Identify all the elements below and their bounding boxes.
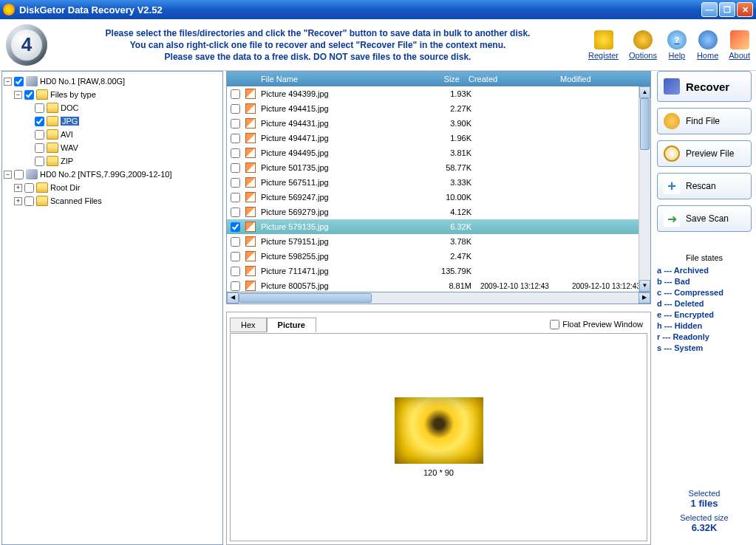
scroll-thumb[interactable] (239, 293, 372, 303)
tree-label[interactable]: WAV (61, 143, 78, 152)
step-number: 4 (11, 30, 42, 61)
horizontal-scrollbar[interactable]: ◀ ▶ (226, 292, 651, 304)
file-checkbox[interactable] (231, 148, 240, 158)
file-row[interactable]: Picture 494399.jpg1.93K (227, 86, 650, 101)
save-scan-button[interactable]: ➜Save Scan (657, 205, 752, 232)
tree-checkbox[interactable] (14, 170, 24, 179)
file-size: 3.81K (426, 148, 477, 157)
file-checkbox[interactable] (231, 237, 240, 247)
tab-picture[interactable]: Picture (267, 318, 316, 332)
column-name[interactable]: File Name (258, 75, 414, 83)
tree-checkbox[interactable] (35, 157, 44, 166)
minimize-button[interactable]: — (701, 2, 718, 17)
file-row[interactable]: Picture 567511.jpg3.33K (227, 175, 650, 190)
preview-dimensions: 120 * 90 (423, 468, 454, 477)
file-list: File Name Size Created Modified Picture … (226, 71, 651, 292)
file-checkbox[interactable] (231, 119, 240, 128)
file-size: 8.81M (426, 281, 477, 290)
scroll-left-icon[interactable]: ◀ (227, 292, 239, 304)
tree-checkbox[interactable] (35, 117, 44, 126)
file-checkbox[interactable] (231, 222, 240, 232)
file-checkbox[interactable] (231, 281, 240, 291)
file-size: 6.32K (426, 222, 477, 231)
file-row[interactable]: Picture 494415.jpg2.27K (227, 101, 650, 116)
file-row[interactable]: Picture 598255.jpg2.47K (227, 249, 650, 264)
column-size[interactable]: Size (414, 75, 466, 83)
vertical-scrollbar[interactable]: ▲ ▼ (638, 86, 650, 292)
file-checkbox[interactable] (231, 134, 240, 143)
about-link[interactable]: About (729, 30, 750, 60)
file-checkbox[interactable] (231, 252, 240, 261)
tree-collapse-icon[interactable]: − (4, 171, 12, 179)
float-preview-checkbox[interactable]: Float Preview Window (550, 320, 647, 329)
file-checkbox[interactable] (231, 104, 240, 114)
find-file-button[interactable]: Find File (657, 108, 752, 134)
maximize-button[interactable]: ❐ (719, 2, 735, 17)
tree-expand-icon[interactable]: + (14, 197, 22, 205)
file-row[interactable]: Picture 569247.jpg10.00K (227, 190, 650, 205)
column-created[interactable]: Created (466, 75, 557, 83)
tab-hex[interactable]: Hex (230, 318, 267, 332)
image-file-icon (245, 118, 256, 128)
tree-label[interactable]: Scanned Files (50, 196, 102, 205)
file-checkbox[interactable] (231, 178, 240, 188)
tree-checkbox[interactable] (35, 103, 44, 113)
file-checkbox[interactable] (231, 267, 240, 276)
tree-expand-icon[interactable]: + (14, 184, 22, 192)
home-link[interactable]: Home (697, 30, 718, 60)
file-name: Picture 494399.jpg (258, 89, 426, 98)
recover-button[interactable]: Recover (657, 71, 752, 102)
file-row[interactable]: Picture 569279.jpg4.12K (227, 205, 650, 219)
tree-label[interactable]: HD0 No.2 [NTFS,7.99G,2009-12-10] (40, 170, 172, 179)
rescan-button[interactable]: +Rescan (657, 173, 752, 199)
file-size: 135.79K (426, 267, 477, 275)
file-checkbox[interactable] (231, 208, 240, 217)
file-checkbox[interactable] (231, 193, 240, 202)
tree-label[interactable]: DOC (61, 103, 78, 112)
tree-label[interactable]: Files by type (50, 90, 96, 99)
close-button[interactable]: ✕ (737, 2, 753, 17)
tree-label[interactable]: AVI (61, 130, 73, 139)
file-row[interactable]: Picture 711471.jpg135.79K (227, 264, 650, 278)
file-row[interactable]: Picture 494495.jpg3.81K (227, 145, 650, 160)
column-modified[interactable]: Modified (557, 75, 638, 83)
tree-checkbox[interactable] (14, 77, 24, 86)
tree-label[interactable]: HD0 No.1 [RAW,8.00G] (40, 77, 125, 86)
file-row[interactable]: Picture 501735.jpg58.77K (227, 160, 650, 175)
file-row[interactable]: Picture 494471.jpg1.96K (227, 131, 650, 145)
folder-icon (47, 143, 58, 153)
search-icon (664, 113, 680, 129)
scroll-right-icon[interactable]: ▶ (638, 292, 650, 304)
tree-collapse-icon[interactable]: − (14, 91, 22, 99)
file-row[interactable]: Picture 579151.jpg3.78K (227, 234, 650, 249)
options-link[interactable]: Options (629, 30, 657, 60)
tree-collapse-icon[interactable]: − (4, 78, 12, 86)
tree-checkbox[interactable] (24, 183, 34, 193)
tree-checkbox[interactable] (24, 90, 34, 100)
image-file-icon (245, 192, 256, 202)
tree-checkbox[interactable] (24, 196, 34, 206)
file-created: 2009-12-10 13:12:43 (477, 282, 569, 290)
tree-label[interactable]: ZIP (61, 157, 73, 165)
file-row[interactable]: Picture 494431.jpg3.90K (227, 116, 650, 131)
disk-icon (26, 169, 38, 179)
scroll-up-icon[interactable]: ▲ (639, 86, 650, 98)
directory-tree[interactable]: −HD0 No.1 [RAW,8.00G] −Files by type DOC… (1, 71, 223, 545)
file-name: Picture 598255.jpg (258, 252, 426, 261)
file-checkbox[interactable] (231, 163, 240, 173)
float-preview-input[interactable] (550, 320, 559, 329)
scroll-thumb[interactable] (640, 98, 650, 150)
tree-label[interactable]: Root Dir (50, 183, 80, 192)
file-row[interactable]: Picture 579135.jpg6.32K (227, 219, 650, 234)
preview-panel: Hex Picture Float Preview Window 120 * 9… (226, 312, 651, 545)
preview-file-button[interactable]: Preview File (657, 140, 752, 167)
help-link[interactable]: ?Help (667, 30, 687, 60)
scroll-down-icon[interactable]: ▼ (639, 280, 650, 292)
file-row[interactable]: Picture 800575.jpg8.81M2009-12-10 13:12:… (227, 278, 650, 292)
file-checkbox[interactable] (231, 89, 240, 99)
tree-label-selected[interactable]: JPG (61, 117, 79, 126)
tree-checkbox[interactable] (35, 143, 44, 153)
tree-checkbox[interactable] (35, 130, 44, 140)
register-link[interactable]: Register (588, 30, 619, 60)
file-name: Picture 494471.jpg (258, 134, 426, 143)
